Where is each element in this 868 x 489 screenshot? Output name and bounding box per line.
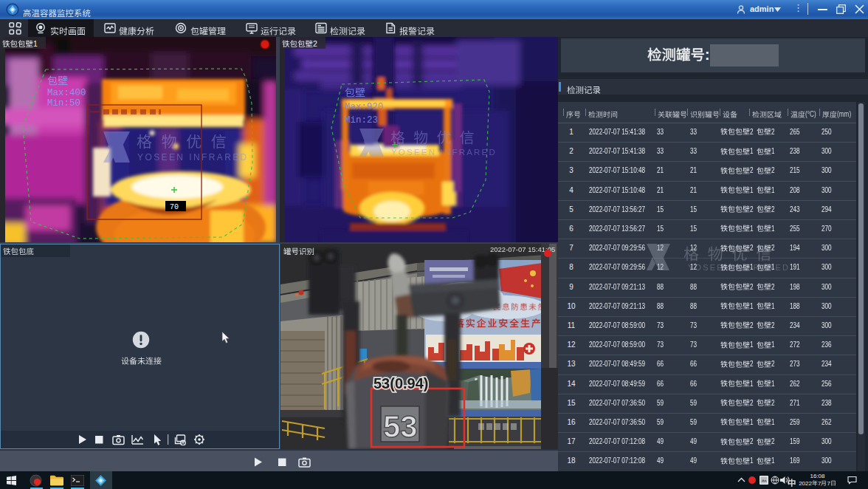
svg-text:Min:50: Min:50 xyxy=(47,98,80,109)
svg-text:53(0.94): 53(0.94) xyxy=(373,375,429,391)
svg-text:YOSEEN INFRARED: YOSEEN INFRARED xyxy=(137,152,249,163)
svg-text:Max:400: Max:400 xyxy=(47,88,86,98)
svg-text:YOSEEN INFRARED: YOSEEN INFRARED xyxy=(391,148,497,157)
svg-text:70: 70 xyxy=(170,203,179,211)
svg-text:53: 53 xyxy=(383,409,418,444)
svg-text:YOSEEN INFRARED: YOSEEN INFRARED xyxy=(688,263,788,272)
svg-text:Min:23: Min:23 xyxy=(345,115,378,126)
svg-text:Max:920: Max:920 xyxy=(345,102,384,112)
